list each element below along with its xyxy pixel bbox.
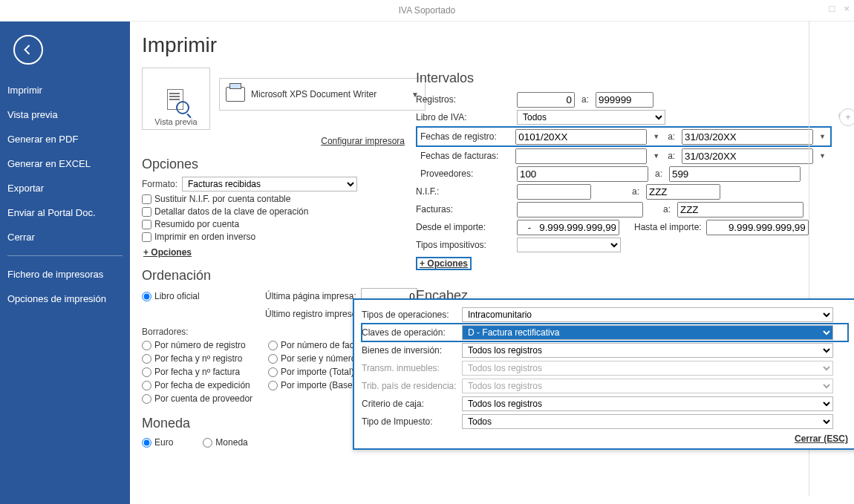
fechas-reg-from[interactable] (515, 129, 647, 145)
preview-caption: Vista previa (154, 117, 197, 126)
intervals-more-link[interactable]: + Opciones (416, 257, 472, 270)
popout-row-0: Tipos de operaciones:Intracomunitario (362, 306, 848, 324)
last-page-label: Última página impresa: (265, 291, 356, 301)
minimize-icon[interactable]: □ (829, 3, 835, 14)
popout-row-6: Tipo de Impuesto:Todos (362, 413, 848, 431)
nav-generar-pdf[interactable]: Generar en PDF (0, 127, 130, 151)
popout-row-1: Claves de operación:D - Factura rectific… (362, 324, 848, 341)
radio-fecha-expedicion: Por fecha de expedición (142, 380, 268, 390)
plus-icon[interactable]: + (839, 108, 854, 126)
popout-close-link[interactable]: Cerrar (ESC) (362, 433, 848, 444)
tipos-impositivos-select[interactable] (517, 238, 621, 252)
popout-label: Tipos de operaciones: (362, 310, 462, 320)
nav-exportar[interactable]: Exportar (0, 176, 130, 200)
fechas-fac-label: Fechas de facturas: (420, 151, 511, 161)
close-icon[interactable]: × (844, 3, 850, 14)
printer-icon (226, 87, 245, 102)
popout-label: Transm. inmuebles: (362, 363, 462, 373)
nif-label: N.I.F.: (416, 186, 512, 197)
radio-fecha-registro: Por fecha y nº registro (142, 353, 268, 364)
popout-label: Claves de operación: (362, 327, 462, 338)
registros-from[interactable] (517, 92, 575, 108)
popout-row-4: Trib. país de residencia:Todos los regis… (362, 377, 848, 395)
facturas-label: Facturas: (416, 204, 512, 215)
libro-iva-label: Libro de IVA: (416, 112, 512, 122)
fechas-reg-to[interactable] (682, 129, 813, 145)
chevron-down-icon[interactable]: ▼ (651, 152, 661, 160)
popout-label: Bienes de inversión: (362, 345, 462, 356)
popout-select: Todos los registros (462, 379, 833, 393)
nav-fichero-impresoras[interactable]: Fichero de impresoras (0, 262, 130, 287)
nav-imprimir[interactable]: Imprimir (0, 78, 130, 102)
popout-select[interactable]: Todos (462, 414, 833, 429)
popout-row-3: Transm. inmuebles:Todos los registros (362, 359, 848, 377)
radio-fecha-factura: Por fecha y nº factura (142, 367, 268, 377)
nif-to[interactable] (646, 184, 720, 200)
app-root: IVA Soportado □ × Imprimir Vista previa … (0, 0, 854, 504)
preview-icon (163, 89, 189, 114)
facturas-to[interactable] (677, 202, 804, 217)
popout-row-5: Criterio de caja:Todos los registros (362, 395, 848, 413)
popout-label: Trib. país de residencia: (362, 381, 462, 391)
back-button[interactable] (13, 35, 43, 65)
nav-generar-excel[interactable]: Generar en EXCEL (0, 151, 130, 176)
printer-select[interactable]: Microsoft XPS Document Writer ▼ (219, 78, 426, 111)
desde-importe-input[interactable] (517, 220, 619, 235)
page-title: Imprimir (142, 33, 854, 57)
tipos-impositivos-label: Tipos impositivos: (416, 240, 512, 250)
printer-name: Microsoft XPS Document Writer (251, 89, 377, 99)
popout-select: Todos los registros (462, 361, 833, 376)
radio-num-registro: Por número de registro (142, 340, 268, 350)
popout-label: Criterio de caja: (362, 399, 462, 409)
options-popout: Tipos de operaciones:IntracomunitarioCla… (353, 298, 854, 450)
popout-row-2: Bienes de inversión:Todos los registros (362, 341, 848, 359)
proveedores-to[interactable] (669, 166, 801, 182)
chevron-down-icon[interactable]: ▼ (651, 133, 661, 140)
proveedores-from[interactable] (517, 166, 648, 182)
nav-vista-previa[interactable]: Vista previa (0, 102, 130, 127)
configure-printer-link[interactable]: Configurar impresora (142, 136, 405, 146)
format-label: Formato: (142, 179, 179, 189)
radio-moneda: Moneda (203, 437, 247, 448)
nav-enviar-portal[interactable]: Enviar al Portal Doc. (0, 200, 130, 225)
nav-opciones-impresion[interactable]: Opciones de impresión (0, 287, 130, 311)
sidebar: Imprimir Vista previa Generar en PDF Gen… (0, 22, 130, 504)
nav-separator (7, 255, 123, 256)
popout-select[interactable]: D - Factura rectificativa (462, 325, 833, 340)
hasta-importe-input[interactable] (706, 220, 809, 235)
last-reg-label: Último registro impreso: (265, 309, 359, 319)
title-bar: IVA Soportado □ × (0, 0, 854, 22)
radio-cuenta-proveedor: Por cuenta de proveedor (142, 393, 268, 404)
facturas-from[interactable] (517, 202, 643, 217)
registros-to[interactable] (596, 92, 653, 108)
radio-euro: Euro (142, 437, 173, 448)
nif-from[interactable] (517, 184, 591, 200)
nav-cerrar[interactable]: Cerrar (0, 225, 130, 249)
popout-select[interactable]: Todos los registros (462, 396, 833, 411)
popout-select[interactable]: Todos los registros (462, 343, 833, 358)
fechas-registro-row: Fechas de registro: ▼ a: ▼ (416, 126, 832, 147)
registros-label: Registros: (416, 94, 512, 105)
popout-label: Tipo de Impuesto: (362, 416, 462, 427)
proveedores-label: Proveedores: (420, 168, 512, 179)
popout-select[interactable]: Intracomunitario (462, 307, 833, 322)
window-buttons: □ × (829, 3, 850, 14)
window-title: IVA Soportado (399, 5, 456, 16)
preview-button[interactable]: Vista previa (142, 68, 210, 130)
libro-iva-select[interactable]: Todos (517, 110, 665, 125)
options-more-link[interactable]: + Opciones (142, 247, 193, 258)
intervals-heading: Intervalos (416, 71, 832, 86)
hasta-importe-label: Hasta el importe: (634, 222, 702, 232)
radio-libro-oficial: Libro oficial (142, 291, 253, 301)
format-select[interactable]: Facturas recibidas (182, 177, 357, 192)
desde-importe-label: Desde el importe: (416, 222, 512, 232)
fechas-fac-from[interactable] (515, 148, 647, 164)
fechas-fac-to[interactable] (682, 148, 813, 164)
